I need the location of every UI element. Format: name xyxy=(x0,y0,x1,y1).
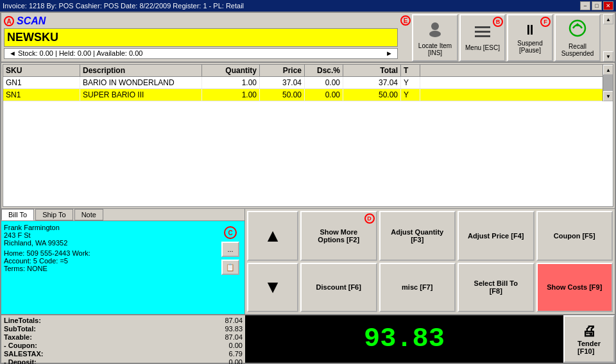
scan-label: SCAN xyxy=(17,15,46,27)
cell-dsc: 0.00 xyxy=(305,77,343,88)
address-terms: Terms: NONE xyxy=(4,265,216,272)
main-window: A SCAN ◄ Stock: 0.00 | Held: 0.00 | Avai… xyxy=(0,12,616,364)
stock-arrow-left[interactable]: ◄ xyxy=(7,49,18,57)
col-header-price: Price xyxy=(260,65,305,76)
discount-label: Discount [F6] xyxy=(316,283,361,291)
col-header-dsc: Dsc.% xyxy=(305,65,343,76)
stock-info: Stock: 0.00 | Held: 0.00 | Available: 0.… xyxy=(18,49,142,57)
title-bar: Invoice: 1218 By: POS Cashier: POS Date:… xyxy=(0,0,616,12)
total-display: 93.83 xyxy=(245,315,563,363)
col-header-t: T xyxy=(401,65,420,76)
address-btn-copy[interactable]: 📋 xyxy=(221,260,239,275)
table-container: SKU Description Quantity Price Dsc.% Tot… xyxy=(3,65,613,101)
col-header-desc: Description xyxy=(80,65,202,76)
col-header-qty: Quantity xyxy=(202,65,260,76)
stock-arrow-right[interactable]: ► xyxy=(384,49,395,57)
menu-button[interactable]: B Menu [ESC] xyxy=(459,14,506,62)
address-area: Frank Farmington 243 F St Richland, WA 9… xyxy=(1,221,244,314)
tab-ship-to[interactable]: Ship To xyxy=(35,209,73,220)
locate-item-button[interactable]: Locate Item[INS] xyxy=(412,14,458,62)
show-more-label: Show MoreOptions [F2] xyxy=(318,228,359,244)
adjust-qty-label: Adjust Quantity[F3] xyxy=(391,228,443,244)
table-row[interactable]: GN1 BARIO IN WONDERLAND 1.00 37.04 0.00 … xyxy=(3,77,603,89)
bottom-area: Bill To Ship To Note Frank Farmington 24… xyxy=(1,208,615,314)
show-costs-button[interactable]: Show Costs [F9] xyxy=(536,263,613,313)
address-account: Account: 5 Code: =5 xyxy=(4,257,216,265)
show-costs-label: Show Costs [F9] xyxy=(547,283,602,291)
table-body: GN1 BARIO IN WONDERLAND 1.00 37.04 0.00 … xyxy=(3,77,603,101)
toolbar-scroll: ▲ ▼ xyxy=(603,14,613,62)
table-scroll-up[interactable]: ▲ xyxy=(603,65,613,75)
label-c: C xyxy=(224,226,237,239)
recall-suspended-label: RecallSuspended xyxy=(561,43,594,57)
cell-qty: 1.00 xyxy=(202,89,260,101)
salestax-label: SALESTAX: xyxy=(4,350,123,358)
total-display-value: 93.83 xyxy=(364,324,445,354)
cell-sku: GN1 xyxy=(3,77,80,88)
svg-point-5 xyxy=(570,21,585,36)
adjust-price-label: Adjust Price [F4] xyxy=(468,232,524,240)
cell-price: 50.00 xyxy=(260,89,305,101)
address-btn-dots[interactable]: ... xyxy=(221,242,239,257)
tender-button[interactable]: 🖨 Tender[F10] xyxy=(563,315,615,363)
svg-rect-4 xyxy=(475,35,490,37)
discount-button[interactable]: Discount [F6] xyxy=(300,263,377,313)
address-text: Frank Farmington 243 F St Richland, WA 9… xyxy=(4,224,216,311)
footer-totals: LineTotals: 87.04 SubTotal: 93.83 Taxabl… xyxy=(1,315,245,363)
recall-suspended-button[interactable]: RecallSuspended xyxy=(554,14,601,62)
table-scroll-track[interactable] xyxy=(603,75,613,91)
down-arrow-button[interactable]: ▼ xyxy=(247,263,298,313)
scan-input[interactable] xyxy=(4,28,398,47)
down-arrow-icon: ▼ xyxy=(264,277,282,297)
close-button[interactable]: ✕ xyxy=(603,1,613,10)
cell-qty: 1.00 xyxy=(202,77,260,88)
select-bill-button[interactable]: Select Bill To[F8] xyxy=(458,263,535,313)
suspend-icon: ⏸ xyxy=(523,22,537,38)
window-title: Invoice: 1218 By: POS Cashier: POS Date:… xyxy=(3,2,244,10)
select-bill-label: Select Bill To[F8] xyxy=(474,279,518,295)
label-b: B xyxy=(493,17,503,27)
menu-icon xyxy=(474,24,492,43)
coupon-button[interactable]: Coupon [F5] xyxy=(536,211,613,261)
table-scroll-down[interactable]: ▼ xyxy=(603,91,613,101)
col-header-sku: SKU xyxy=(3,65,80,76)
table-row[interactable]: SN1 SUPER BARIO III 1.00 50.00 0.00 50.0… xyxy=(3,89,603,101)
address-street: 243 F St xyxy=(4,231,216,239)
address-city: Richland, WA 99352 xyxy=(4,239,216,247)
deposit-label: - Deposit: xyxy=(4,358,123,364)
misc-button[interactable]: misc [F7] xyxy=(379,263,456,313)
label-f: F xyxy=(540,17,551,27)
cell-dsc: 0.00 xyxy=(305,89,343,101)
taxable-val: 87.04 xyxy=(124,333,243,341)
cell-price: 37.04 xyxy=(260,77,305,88)
cell-t: Y xyxy=(401,89,420,101)
maximize-button[interactable]: □ xyxy=(592,1,602,10)
tab-bill-to[interactable]: Bill To xyxy=(1,209,34,220)
toolbar: A SCAN ◄ Stock: 0.00 | Held: 0.00 | Avai… xyxy=(1,13,615,63)
scan-area: A SCAN ◄ Stock: 0.00 | Held: 0.00 | Avai… xyxy=(3,14,399,60)
cell-desc: BARIO IN WONDERLAND xyxy=(80,77,202,88)
footer-right: 93.83 🖨 Tender[F10] xyxy=(245,315,615,363)
show-more-button[interactable]: D Show MoreOptions [F2] xyxy=(300,211,377,261)
tab-note[interactable]: Note xyxy=(74,209,103,220)
suspend-button[interactable]: F ⏸ Suspend[Pause] xyxy=(507,14,553,62)
scroll-down-button[interactable]: ▼ xyxy=(603,51,613,62)
tender-label: Tender[F10] xyxy=(578,340,601,355)
misc-label: misc [F7] xyxy=(402,283,432,291)
table-inner: SKU Description Quantity Price Dsc.% Tot… xyxy=(3,65,603,101)
left-panel: Bill To Ship To Note Frank Farmington 24… xyxy=(1,209,245,314)
line-totals-val: 87.04 xyxy=(124,317,243,324)
menu-label: Menu [ESC] xyxy=(465,44,500,51)
up-arrow-button[interactable]: ▲ xyxy=(247,211,298,261)
deposit-val: 0.00 xyxy=(124,358,243,364)
table-header: SKU Description Quantity Price Dsc.% Tot… xyxy=(3,65,603,77)
adjust-price-button[interactable]: Adjust Price [F4] xyxy=(458,211,535,261)
cell-total: 37.04 xyxy=(343,77,401,88)
label-a: A xyxy=(4,16,14,26)
coupon-label: - Coupon: xyxy=(4,342,123,349)
coupon-val: 0.00 xyxy=(124,342,243,349)
adjust-qty-button[interactable]: Adjust Quantity[F3] xyxy=(379,211,456,261)
minimize-button[interactable]: − xyxy=(580,1,590,10)
salestax-val: 6.79 xyxy=(124,350,243,358)
scroll-up-button[interactable]: ▲ xyxy=(603,14,613,24)
